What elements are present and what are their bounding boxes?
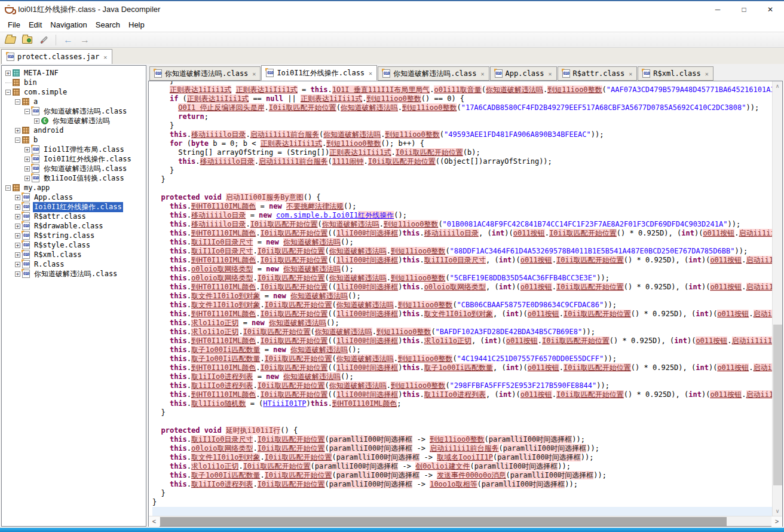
expand-icon[interactable]: + (24, 166, 30, 172)
expand-icon[interactable]: + (15, 195, 20, 200)
collapse-icon[interactable]: − (15, 99, 20, 105)
expand-icon[interactable]: + (15, 252, 20, 258)
minimize-button[interactable]: ─ (713, 5, 722, 14)
menu-item-search[interactable]: Search (91, 19, 124, 30)
horizontal-scrollbar[interactable]: < > (149, 516, 782, 526)
tree-item[interactable]: +010Ioi0I1红外线操作.class (2, 202, 146, 212)
expand-icon[interactable]: + (15, 243, 20, 248)
tree-item[interactable]: −a (2, 97, 146, 106)
package-icon (22, 98, 29, 105)
package-tree-panel[interactable]: +META-INFbin−com.simple−a−010你知道破解违法吗.cl… (1, 65, 146, 527)
tree-item[interactable]: +010App.class (2, 192, 146, 202)
tab-close-icon[interactable]: ✕ (704, 71, 709, 77)
expand-icon[interactable]: + (15, 224, 20, 229)
expand-icon[interactable]: + (15, 204, 20, 210)
collapse-icon[interactable]: − (15, 137, 20, 143)
code-line: this.取子1o00Ii匹配数量.I0ii取匹配开始位置(你知道破解违法吗.到… (152, 354, 772, 363)
tree-item[interactable]: bin (2, 78, 146, 87)
tree-item[interactable]: +C你知道破解违法吗 (2, 116, 146, 126)
h-scroll-left-button[interactable]: < (149, 516, 160, 527)
tree-item[interactable]: +010数1iIooI值转换.class (2, 173, 146, 183)
collapse-icon[interactable]: − (5, 185, 11, 191)
tree-item[interactable]: −my.app (2, 183, 146, 192)
jar-tab[interactable]: 010 protect.classes.jar ✕ (1, 49, 112, 64)
editor-tab[interactable]: 010你知道破解违法吗.class✕ (378, 66, 489, 81)
tree-item-label: b (32, 136, 39, 144)
tree-item[interactable]: +010R$style.class (2, 240, 146, 250)
tree-item[interactable]: +010你知道破解违法吗.class (2, 164, 146, 173)
tree-item[interactable]: +010R$xml.class (2, 250, 146, 259)
tab-close-icon[interactable]: ✕ (368, 70, 372, 77)
tree-item[interactable]: +010你知道破解违法吗.class (2, 269, 146, 279)
menu-item-file[interactable]: File (4, 19, 24, 30)
tree-item[interactable]: +META-INF (2, 68, 146, 78)
tab-close-icon[interactable]: ✕ (547, 71, 552, 77)
editor-tab[interactable]: 010R$xml.class✕ (638, 66, 713, 81)
expand-icon[interactable]: + (15, 271, 20, 277)
tree-item[interactable]: −com.simple (2, 87, 146, 97)
open-all-button[interactable] (20, 34, 33, 46)
jar-tab-close-icon[interactable]: ✕ (102, 54, 107, 60)
classfile-icon: 010 (154, 69, 162, 78)
classfile-icon: 010 (22, 222, 30, 230)
editor-tab[interactable]: 010你知道破解违法吗.class✕ (149, 66, 261, 81)
expand-icon[interactable]: + (15, 128, 20, 133)
tree-item[interactable]: +010R$drawable.class (2, 221, 146, 231)
collapse-icon[interactable]: − (5, 90, 11, 95)
tree-item-label: 你知道破解违法吗.class (33, 269, 118, 279)
tab-close-icon[interactable]: ✕ (479, 71, 484, 77)
back-button[interactable]: ← (62, 34, 75, 46)
v-scroll-down-button[interactable]: ∨ (773, 506, 783, 516)
forward-button[interactable]: → (78, 34, 91, 46)
classfile-icon: 010 (32, 145, 39, 154)
tree-item[interactable]: −010你知道破解违法吗.class (2, 106, 146, 116)
tab-close-icon[interactable]: ✕ (627, 71, 632, 77)
tree-item[interactable]: +010R$attr.class (2, 212, 146, 221)
tree-item[interactable]: +010R$string.class (2, 231, 146, 240)
package-icon (13, 79, 20, 86)
tree-item[interactable]: +android (2, 126, 146, 135)
code-line: } (152, 81, 772, 85)
vertical-scrollbar[interactable]: ∧ ∨ (772, 81, 782, 516)
search-button[interactable] (37, 34, 50, 46)
expand-icon[interactable]: + (24, 176, 30, 181)
menu-item-edit[interactable]: Edit (24, 19, 46, 30)
code-line (152, 184, 772, 193)
code-line: this.取子1o00Ii匹配数量.I0ii取匹配开始位置(paramlliI0… (152, 471, 772, 480)
tree-item[interactable]: +010Ioi0I1红外线操作.class (2, 154, 146, 164)
classfile-icon: 010 (32, 174, 39, 182)
open-folder-icon (4, 36, 16, 44)
code-line: 正则表达1iIii1式 正则表达1iIii1式 = this.1O1I 垂直11… (152, 85, 772, 94)
expand-icon[interactable]: + (34, 118, 39, 124)
open-file-button[interactable] (4, 34, 17, 46)
close-button[interactable]: ✕ (766, 5, 774, 14)
h-scroll-thumb[interactable] (160, 517, 727, 526)
tree-item[interactable]: −b (2, 135, 146, 145)
expand-icon[interactable]: + (15, 233, 20, 239)
taskbar-strip (0, 528, 784, 532)
tree-item[interactable]: +010Iio1lI弹性布局.class (2, 145, 146, 154)
h-scroll-right-button[interactable]: > (771, 516, 782, 527)
menu-item-help[interactable]: Help (124, 19, 149, 30)
tree-item[interactable]: +010R.class (2, 259, 146, 269)
expand-icon[interactable]: + (15, 262, 20, 267)
tree-item-label: 数1iIooI值转换.class (42, 173, 125, 184)
code-editor[interactable]: } 正则表达1iIii1式 正则表达1iIii1式 = this.1O1I 垂直… (148, 81, 783, 527)
editor-tab[interactable]: 010App.class✕ (490, 66, 557, 81)
code-line: this.移动iiiilo目录.启动ii1ii1前台服务(1111闹钟.I0ii… (152, 157, 772, 166)
maximize-button[interactable]: □ (740, 5, 748, 14)
expand-icon[interactable]: + (5, 71, 11, 76)
v-scroll-thumb[interactable] (773, 325, 782, 485)
expand-icon[interactable]: + (24, 157, 30, 162)
v-scroll-up-button[interactable]: ∧ (773, 81, 783, 91)
collapse-icon[interactable]: − (24, 109, 30, 114)
expand-icon[interactable]: + (15, 214, 20, 219)
folder-jar-icon (22, 36, 32, 44)
editor-tab-active[interactable]: 010Ioi0I1红外线操作.class✕ (261, 65, 377, 81)
editor-tab[interactable]: 010R$attr.class✕ (558, 66, 638, 81)
expand-icon[interactable]: + (24, 147, 30, 152)
tab-close-icon[interactable]: ✕ (251, 71, 256, 77)
menu-item-navigation[interactable]: Navigation (46, 19, 91, 30)
classfile-icon: 010 (22, 260, 30, 268)
classfile-icon: 010 (642, 69, 650, 78)
